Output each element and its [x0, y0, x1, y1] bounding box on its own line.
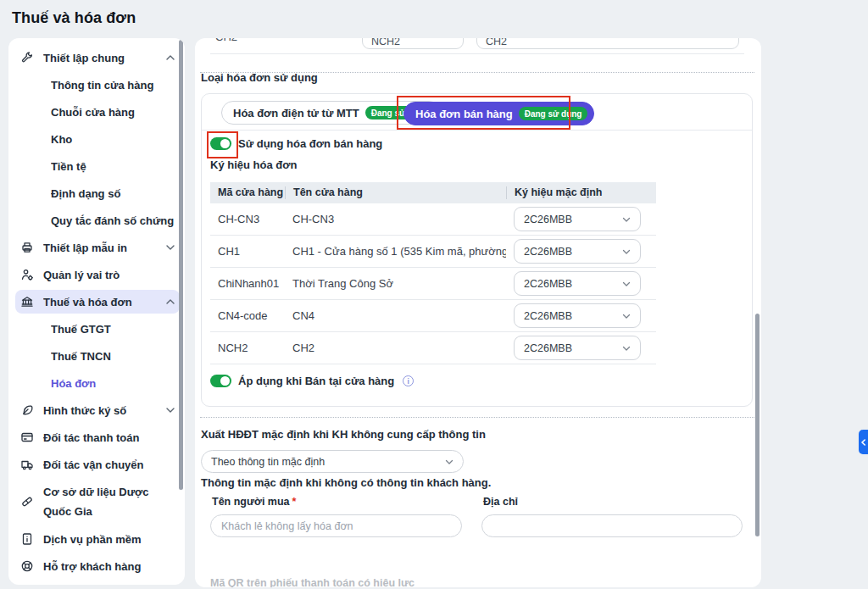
bank-icon: [20, 295, 34, 308]
support-icon: [20, 559, 34, 573]
chevron-left-icon: [860, 439, 867, 446]
sidebar-item-doi-tac-thanh-toan[interactable]: Đối tác thanh toán: [8, 424, 185, 451]
sidebar-item-quan-ly-vai-tro[interactable]: Quản lý vai trò: [8, 261, 185, 288]
sidebar-scrollbar-thumb[interactable]: [179, 40, 183, 490]
sidebar-item-thue-gtgt[interactable]: Thuế GTGT: [8, 315, 185, 342]
sidebar-item-dich-vu-phan-mem[interactable]: Dịch vụ phần mềm: [8, 525, 185, 553]
truck-icon: [20, 458, 34, 471]
feather-icon: [20, 403, 34, 417]
chevron-up-icon: [164, 52, 176, 64]
chevron-down-icon: [621, 279, 632, 289]
sidebar-item-tien-te[interactable]: Tiền tệ: [8, 153, 185, 180]
table-row: NCH2 CH2 2C26MBB: [210, 332, 656, 364]
use-sales-invoice-label: Sử dụng hóa đơn bán hàng: [238, 137, 382, 150]
chevron-down-icon: [621, 247, 632, 257]
credit-card-icon: [20, 431, 34, 444]
chevron-down-icon: [164, 404, 176, 416]
column-header: Mã cửa hàng: [210, 186, 285, 199]
sidebar-nav: Thiết lập chung Thông tin cửa hàng Chuỗi…: [8, 38, 185, 580]
apply-in-store-toggle[interactable]: [210, 375, 231, 387]
printer-icon: [20, 241, 34, 254]
default-export-label: Xuất HĐĐT mặc định khi KH không cung cấp…: [201, 428, 486, 441]
invoice-settings-panel: CH2 NCH2 CH2 Loại hóa đơn sử dụng Hóa đơ…: [195, 38, 761, 587]
chevron-up-icon: [164, 296, 176, 308]
sidebar-item-thue-va-hoa-don[interactable]: Thuế và hóa đơn: [8, 288, 185, 315]
buyer-name-input[interactable]: Khách lẻ không lấy hóa đơn: [210, 514, 462, 537]
sidebar-item-co-so-du-lieu-duoc[interactable]: Cơ sở dữ liệu Dược Quốc Gia: [8, 478, 185, 525]
clipped-input-ch2[interactable]: CH2: [476, 38, 739, 49]
chevron-down-icon: [164, 242, 176, 253]
qr-validity-clipped-label: Mã QR trên phiếu thanh toán có hiệu lực: [210, 577, 415, 587]
invoice-type-box: Hóa đơn điện tử từ MTT Đang sử dụng Hóa …: [201, 93, 753, 407]
address-label: Địa chỉ: [483, 496, 518, 508]
column-header: Ký hiệu mặc định: [506, 186, 656, 199]
wrench-icon: [20, 51, 34, 64]
symbol-select[interactable]: 2C26MBB: [514, 207, 641, 231]
sidebar-item-thiet-lap-chung[interactable]: Thiết lập chung: [8, 44, 185, 71]
sidebar-item-thiet-lap-mau-in[interactable]: Thiết lập mẫu in: [8, 234, 185, 261]
sidebar-item-thue-tncn[interactable]: Thuế TNCN: [8, 342, 185, 370]
sidebar-item-dinh-dang-so[interactable]: Định dạng số: [8, 180, 185, 207]
invoice-symbol-label: Ký hiệu hóa đơn: [210, 158, 297, 171]
clipped-store-code-text: CH2: [215, 38, 237, 43]
table-row: CN4-code CN4 2C26MBB: [210, 300, 656, 332]
sidebar-item-label: Thiết lập chung: [43, 52, 164, 64]
symbol-select[interactable]: 2C26MBB: [514, 336, 641, 360]
table-row: CH1 CH1 - Cửa hàng số 1 (535 Kim mã, phư…: [210, 236, 656, 268]
default-export-select[interactable]: Theo thông tin mặc định: [201, 450, 464, 473]
invoice-type-label: Loại hóa đơn sử dụng: [201, 71, 318, 84]
user-gear-icon: [20, 268, 34, 281]
sidebar-item-kho[interactable]: Kho: [8, 125, 185, 153]
sidebar-item-doi-tac-van-chuyen[interactable]: Đối tác vận chuyển: [8, 451, 185, 478]
dotted-divider: [200, 417, 754, 418]
collapse-panel-tab[interactable]: [859, 430, 868, 454]
table-row: CH-CN3 CH-CN3 2C26MBB: [210, 203, 656, 236]
page-title: Thuế và hóa đơn: [12, 9, 136, 27]
default-info-label: Thông tin mặc định khi không có thông ti…: [201, 476, 491, 489]
in-use-badge: Đang sử dụng: [519, 107, 588, 120]
clipped-input-nch2[interactable]: NCH2: [362, 38, 464, 49]
settings-sidebar: Thiết lập chung Thông tin cửa hàng Chuỗi…: [8, 38, 185, 585]
invoice-type-sales-button[interactable]: Hóa đơn bán hàng Đang sử dụng: [403, 102, 594, 125]
pill-icon: [20, 495, 34, 508]
required-asterisk: *: [292, 496, 297, 508]
divider: [202, 130, 752, 131]
chevron-down-icon: [621, 311, 632, 321]
sidebar-item-thong-tin-cua-hang[interactable]: Thông tin cửa hàng: [8, 71, 185, 98]
sidebar-item-hinh-thuc-ky-so[interactable]: Hình thức ký số: [8, 397, 185, 424]
buyer-name-label: Tên người mua*: [212, 496, 296, 508]
address-input[interactable]: [481, 514, 743, 537]
symbol-select[interactable]: 2C26MBB: [514, 303, 641, 328]
chevron-down-icon: [621, 214, 632, 225]
column-header: Tên cửa hàng: [285, 186, 506, 199]
invoice-symbol-table: Mã cửa hàng Tên cửa hàng Ký hiệu mặc địn…: [210, 182, 656, 364]
apply-in-store-label: Áp dụng khi Bán tại cửa hàng: [238, 375, 394, 387]
use-sales-invoice-toggle[interactable]: [210, 137, 231, 150]
symbol-select[interactable]: 2C26MBB: [514, 271, 641, 296]
sidebar-item-chuoi-cua-hang[interactable]: Chuỗi cửa hàng: [8, 98, 185, 125]
info-icon[interactable]: [403, 375, 414, 386]
chevron-down-icon: [444, 457, 454, 467]
content-scrollbar-thumb[interactable]: [755, 314, 760, 536]
sidebar-item-quy-tac-danh-so[interactable]: Quy tắc đánh số chứng từ: [8, 207, 185, 234]
divider: [210, 53, 744, 54]
sidebar-item-ho-tro-khach-hang[interactable]: Hỗ trợ khách hàng: [8, 553, 185, 580]
table-row: ChiNhanh01 Thời Trang Công Sở 2C26MBB: [210, 268, 656, 300]
table-header-row: Mã cửa hàng Tên cửa hàng Ký hiệu mặc địn…: [210, 182, 656, 203]
document-info-icon: [20, 532, 34, 546]
chevron-down-icon: [621, 343, 632, 353]
sidebar-item-hoa-don[interactable]: Hóa đơn: [8, 370, 185, 397]
symbol-select[interactable]: 2C26MBB: [514, 239, 641, 264]
